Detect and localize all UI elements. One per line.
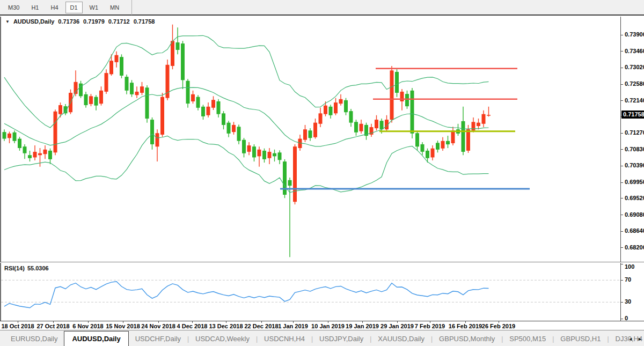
- price-axis-tick: [621, 84, 623, 85]
- rsi-indicator-pane[interactable]: RSI(14) 55.0306: [0, 263, 620, 321]
- price-axis-tick: [621, 100, 623, 101]
- date-axis-label: 26 Feb 2019: [482, 323, 515, 329]
- price-chart-pane[interactable]: ▼ AUDUSD,Daily 0.71736 0.71979 0.71712 0…: [0, 17, 620, 262]
- price-axis-tick: [621, 68, 623, 68]
- price-axis[interactable]: 0.71758 0.739000.734600.730200.725800.72…: [620, 17, 644, 262]
- tab-scroll-right-icon[interactable]: ►: [638, 336, 642, 342]
- price-axis-tick: [621, 182, 623, 183]
- date-axis-label: 10 Jan 2019: [311, 323, 345, 329]
- rsi-indicator-value: 55.0306: [27, 265, 49, 271]
- date-axis-label: 22 Dec 2018: [245, 323, 279, 329]
- price-axis-label: 0.70830: [625, 146, 644, 152]
- price-axis-tick: [621, 198, 623, 198]
- date-axis-label: 4 Dec 2018: [177, 323, 208, 329]
- date-axis-label: 19 Jan 2019: [346, 323, 379, 329]
- tab-scroll-left-icon[interactable]: ◄: [628, 336, 633, 342]
- chart-tab-usdcad-weekly[interactable]: USDCAD,Weekly: [189, 333, 256, 344]
- chart-tab-gbpusd-h1[interactable]: GBPUSD,H1: [554, 333, 607, 344]
- price-axis-label: 0.69950: [625, 179, 644, 185]
- rsi-axis-tick: [621, 264, 623, 264]
- price-axis-label: 0.69520: [625, 195, 644, 201]
- price-axis-label: 0.69080: [625, 211, 644, 218]
- date-axis-label: 16 Feb 2019: [449, 323, 482, 329]
- price-axis-tick: [621, 231, 623, 232]
- rsi-axis-label: 30: [625, 298, 631, 305]
- price-axis-tick: [621, 51, 623, 51]
- price-axis-label: 0.73900: [625, 31, 644, 38]
- price-axis-label: 0.73460: [625, 48, 644, 54]
- timeframe-button-h1[interactable]: H1: [26, 2, 43, 13]
- date-axis-label: 13 Dec 2018: [209, 323, 243, 329]
- price-axis-label: 0.72580: [625, 80, 644, 87]
- date-axis[interactable]: 18 Oct 201827 Oct 20186 Nov 201815 Nov 2…: [0, 321, 644, 330]
- price-axis-tick: [621, 166, 623, 166]
- date-axis-label: 18 Oct 2018: [1, 323, 34, 329]
- rsi-axis-label: 70: [625, 276, 631, 283]
- price-axis-tick: [621, 35, 623, 35]
- ohlc-close-value: 0.71758: [134, 18, 155, 25]
- rsi-axis-tick: [621, 319, 623, 319]
- toolbar-divider: [131, 0, 132, 15]
- rsi-axis-tick: [621, 302, 623, 303]
- ohlc-low-value: 0.71712: [108, 18, 130, 25]
- date-axis-label: 6 Nov 2018: [72, 323, 103, 329]
- timeframe-button-d1[interactable]: D1: [65, 2, 83, 13]
- rsi-indicator-name: RSI(14): [4, 265, 25, 271]
- timeframe-button-h4[interactable]: H4: [46, 2, 63, 13]
- rsi-label: RSI(14) 55.0306: [4, 265, 49, 271]
- price-axis-label: 0.72140: [625, 97, 644, 104]
- chart-tab-usdcnh-h4[interactable]: USDCNH,H4: [258, 333, 311, 344]
- price-axis-tick: [621, 149, 623, 150]
- chart-tab-gbpusd-monthly[interactable]: GBPUSD,Monthly: [433, 333, 501, 344]
- trading-terminal-window: M30 H1 H4 D1 W1 MN ▼ AUDUSD,Daily 0.7173…: [0, 0, 644, 346]
- rsi-axis-label: 100: [625, 263, 634, 270]
- rsi-axis-tick: [621, 280, 623, 281]
- chevron-down-icon[interactable]: ▼: [5, 19, 10, 24]
- price-axis-label: 0.73020: [625, 64, 644, 70]
- chart-symbol-label: AUDUSD,Daily: [13, 18, 54, 25]
- date-axis-label: 7 Feb 2019: [415, 323, 445, 329]
- price-axis-label: 0.68640: [625, 227, 644, 234]
- rsi-canvas[interactable]: [1, 263, 620, 321]
- rsi-line: [4, 282, 489, 308]
- date-axis-label: 24 Nov 2018: [141, 323, 175, 329]
- price-axis-label: 0.71270: [625, 129, 644, 136]
- timeframe-button-w1[interactable]: W1: [85, 2, 104, 13]
- price-axis-label: 0.68200: [625, 244, 644, 251]
- chart-tab-sp500-m15[interactable]: SP500,M15: [503, 333, 552, 344]
- current-price-badge: 0.71758: [621, 111, 644, 119]
- chart-tab-eurusd-daily[interactable]: EURUSD,Daily: [4, 333, 64, 344]
- ohlc-open-value: 0.71736: [58, 18, 79, 25]
- chart-tab-usdjpy-daily[interactable]: USDJPY,Daily: [313, 333, 370, 344]
- chart-title: ▼ AUDUSD,Daily 0.71736 0.71979 0.71712 0…: [5, 18, 155, 25]
- price-axis-tick: [621, 247, 623, 248]
- chart-tab-usdchf-daily[interactable]: USDCHF,Daily: [129, 333, 187, 344]
- date-axis-label: 27 Oct 2018: [36, 323, 69, 329]
- tab-scroll-buttons: ◄ ►: [628, 336, 642, 342]
- chart-tab-bar: EURUSD,DailyAUDUSD,DailyUSDCHF,Daily|USD…: [0, 330, 644, 346]
- chart-tab-xauusd-daily[interactable]: XAUUSD,Daily: [371, 333, 431, 344]
- date-axis-label: 15 Nov 2018: [106, 323, 140, 329]
- price-axis-tick: [621, 215, 623, 215]
- date-axis-label: 29 Jan 2019: [380, 323, 414, 329]
- price-axis-label: 0.70390: [625, 162, 644, 168]
- timeframe-button-mn[interactable]: MN: [105, 2, 124, 13]
- timeframe-toolbar: M30 H1 H4 D1 W1 MN: [0, 0, 644, 16]
- price-chart-canvas[interactable]: [1, 17, 620, 262]
- chart-tab-audusd-daily[interactable]: AUDUSD,Daily: [64, 331, 128, 346]
- date-axis-label: 1 Jan 2019: [278, 323, 308, 329]
- ohlc-high-value: 0.71979: [83, 18, 105, 25]
- rsi-axis: 10070300: [620, 263, 644, 321]
- timeframe-button-m30[interactable]: M30: [3, 2, 24, 13]
- price-axis-tick: [621, 133, 623, 134]
